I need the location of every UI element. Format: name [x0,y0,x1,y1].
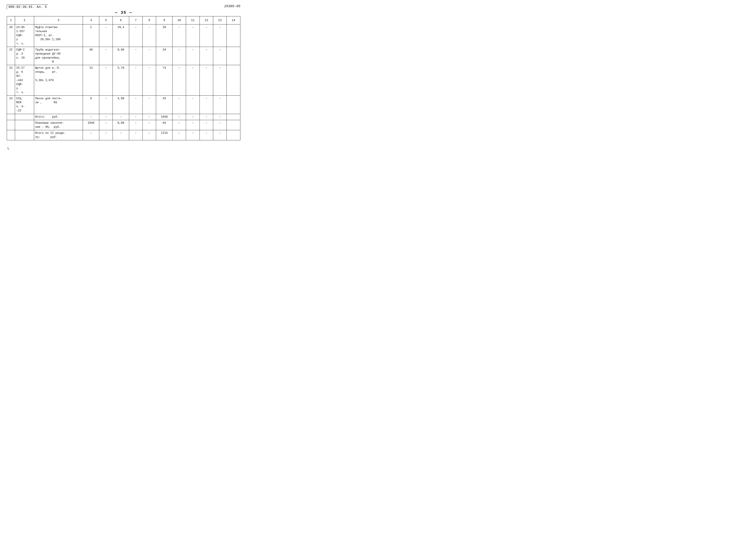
col-header-6: 6 [113,16,129,24]
cell-row-itogo2-col4: – [83,130,99,140]
cell-row-plan-col6: 0,08 [113,120,129,130]
cell-row20-col2: 24-05 I-557 СЦМ– у т. ч. [15,24,34,47]
cell-row20-col9: 29 [156,24,172,47]
cell-row23-col2: ССЦ МСМ п. 4– –22 [15,96,34,114]
cell-row22-col1: 22 [7,65,15,96]
col-header-12: 12 [200,16,213,24]
cell-row21-col2: СЦМ–I р. 3 п. I8 [15,47,34,65]
cell-row21-col4: 40 [83,47,99,65]
cell-row22-col4: I3 [83,65,99,96]
col-header-7: 7 [129,16,142,24]
cell-row-itogo2-col6: – [113,130,129,140]
cell-row-itogo-col9: I049 [156,114,172,120]
table-row: 23ССЦ МСМ п. 4– –22Песок для посте- ли ,… [7,96,240,114]
cell-row23-col9: 43 [156,96,172,114]
page-title: — 35 — [7,10,240,15]
cell-row-plan-col1 [7,120,15,130]
cell-row-itogo-col12: – [200,114,213,120]
cell-row22-col2: I5–I7 д. 6 02– –442 СЦМ– у т. ч. [15,65,34,96]
table-row: Плановые накопле- ния – 8%, руб.I049–0,0… [7,120,240,130]
cell-row20-col5: – [99,24,113,47]
cell-row-plan-col3: Плановые накопле- ния – 8%, руб. [34,120,83,130]
cell-row-plan-col8: – [143,120,156,130]
cell-row-itogo-col3: Итого: руб. [34,114,83,120]
cell-row21-col9: 34 [156,47,172,65]
cell-row22-col3: Щиток для ж.–б. опоры, шт. 5,30х I,076 [34,65,83,96]
col-header-4: 4 [83,16,99,24]
cell-row-plan-col5: – [99,120,113,130]
cell-row-itogo-col1 [7,114,15,120]
cell-row23-col4: 9 [83,96,99,114]
cell-row23-col1: 23 [7,96,15,114]
cell-row-itogo2-col9: II33 [156,130,172,140]
cell-row21-col12: – [200,47,213,65]
cell-row-itogo2-col10: – [172,130,186,140]
col-header-14: 14 [227,16,240,24]
cell-row23-col8: – [143,96,156,114]
cell-row22-col9: 74 [156,65,172,96]
header-row: 1 2 3 4 5 6 7 8 9 10 11 12 13 14 [7,16,240,24]
cell-row20-col12: – [200,24,213,47]
cell-row20-col14 [227,24,240,47]
header: 908-02-36.9I. Ал. 5 25305-05 [7,4,240,9]
doc-number: 908-02-36.9I. Ал. 5 [7,4,48,9]
cell-row23-col3: Песок для посте- ли , М3 [34,96,83,114]
cell-row-itogo2-col13: – [213,130,227,140]
cell-row-plan-col13: – [213,120,227,130]
col-header-2: 2 [15,16,34,24]
cell-row21-col13: – [213,47,227,65]
table-row: 2024-05 I-557 СЦМ– у т. ч.Муфта ответви-… [7,24,240,47]
cell-row-itogo-col8: – [143,114,156,120]
cell-row-itogo-col11: – [186,114,200,120]
table-row: Итого по II разде- лу: руб.–––––II33–––– [7,130,240,140]
cell-row23-col13: – [213,96,227,114]
footer-mark: └ [7,147,240,152]
cell-row22-col11: – [186,65,200,96]
cell-row23-col14 [227,96,240,114]
main-table: 1 2 3 4 5 6 7 8 9 10 11 12 13 14 2024-05… [7,16,240,140]
cell-row-itogo2-col7: – [129,130,142,140]
cell-row-itogo2-col5: – [99,130,113,140]
cell-row23-col6: 4,80 [113,96,129,114]
cell-row-itogo2-col8: – [143,130,156,140]
cell-row21-col14 [227,47,240,65]
cell-row-itogo2-col3: Итого по II разде- лу: руб. [34,130,83,140]
cell-row-itogo-col13: – [213,114,227,120]
cell-row-itogo2-col11: – [186,130,200,140]
cell-row20-col11: – [186,24,200,47]
cell-row20-col10: – [172,24,186,47]
cell-row-itogo-col5: – [99,114,113,120]
cell-row21-col5: – [99,47,113,65]
cell-row-itogo-col6: – [113,114,129,120]
cell-row-itogo-col2 [15,114,34,120]
table-row: 22I5–I7 д. 6 02– –442 СЦМ– у т. ч.Щиток … [7,65,240,96]
cell-row-itogo2-col14 [227,130,240,140]
cell-row-plan-col12: – [200,120,213,130]
cell-row23-col10: – [172,96,186,114]
cell-row22-col7: – [129,65,142,96]
cell-row20-col3: Муфта ответви- тельная ПОЭТ–I, шт. 26,50… [34,24,83,47]
cell-row20-col8: – [143,24,156,47]
cell-row21-col6: 0,86 [113,47,129,65]
cell-row22-col13: – [213,65,227,96]
cell-row22-col14 [227,65,240,96]
cell-row20-col6: 29,4 [113,24,129,47]
cell-row22-col5: – [99,65,113,96]
cell-row-plan-col4: I049 [83,120,99,130]
cell-row-itogo-col14 [227,114,240,120]
cell-row23-col7: – [129,96,142,114]
cell-row21-col1: 2I [7,47,15,65]
cell-row-itogo2-col2 [15,130,34,140]
cell-row-plan-col14 [227,120,240,130]
cell-row22-col10: – [172,65,186,96]
cell-row-plan-col11: – [186,120,200,130]
cell-row22-col8: – [143,65,156,96]
col-header-13: 13 [213,16,227,24]
cell-row21-col10: – [172,47,186,65]
table-row: Итого: руб.–––––I049–––– [7,114,240,120]
cell-row-plan-col9: 84 [156,120,172,130]
cell-row23-col11: – [186,96,200,114]
cell-row-plan-col10: – [172,120,186,130]
cell-row23-col12: – [200,96,213,114]
col-header-9: 9 [156,16,172,24]
